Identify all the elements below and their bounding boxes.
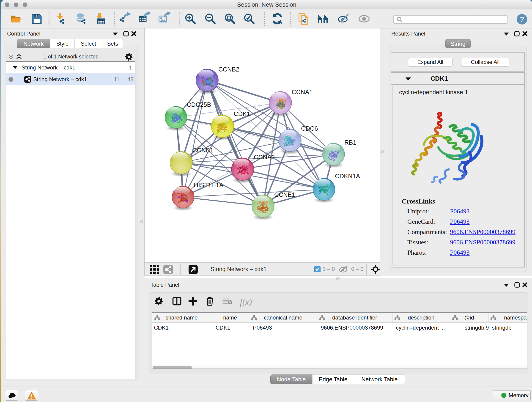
svg-text:CCNA2: CCNA2 — [254, 154, 275, 161]
svg-text:HIST1H1A: HIST1H1A — [194, 182, 223, 189]
svg-text:CCNE1: CCNE1 — [274, 191, 295, 198]
svg-text:CCNA1: CCNA1 — [292, 89, 313, 96]
svg-text:CCNB2: CCNB2 — [218, 66, 239, 73]
svg-text:CDK1: CDK1 — [234, 110, 250, 117]
svg-text:CDC25B: CDC25B — [187, 101, 211, 108]
svg-text:CCNB1: CCNB1 — [192, 147, 214, 154]
svg-text:CDKN1A: CDKN1A — [335, 173, 360, 180]
svg-text:RB1: RB1 — [344, 139, 356, 146]
svg-text:CDC6: CDC6 — [301, 125, 318, 132]
